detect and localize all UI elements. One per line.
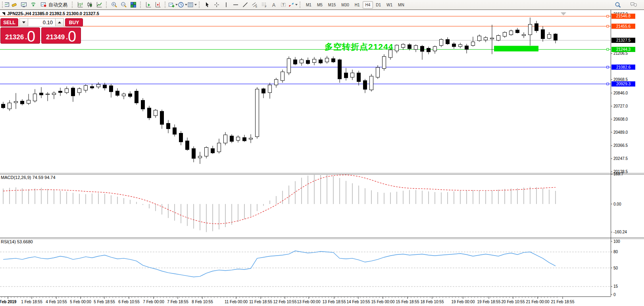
svg-text:21327.5: 21327.5 [616, 38, 631, 42]
text-button[interactable]: A [269, 0, 279, 9]
horizontal-line-icon [233, 2, 239, 8]
horizontal-line-button[interactable] [231, 0, 240, 9]
arrows-button[interactable] [288, 0, 298, 9]
chart-canvas[interactable]: 21567.021206.520968.520846.020727.020608… [0, 0, 644, 306]
svg-text:21546.8: 21546.8 [616, 14, 631, 18]
triangle-down-icon [22, 21, 25, 23]
signals-icon [30, 2, 37, 8]
vertical-line-icon [223, 2, 229, 8]
candlestick-series [2, 17, 557, 164]
auto-scroll-icon [145, 2, 152, 8]
svg-text:50: 50 [613, 266, 618, 270]
signals-button[interactable] [29, 0, 38, 9]
sell-button[interactable]: SELL [0, 18, 18, 27]
volume-input[interactable] [28, 18, 55, 27]
indicators-icon [168, 2, 175, 8]
svg-text:15: 15 [613, 284, 618, 289]
vertical-line-button[interactable] [221, 0, 231, 9]
time-axis-label: 15 Feb 00:00 [371, 300, 395, 304]
time-axis-label: 18 Feb 10:55 [421, 300, 444, 304]
time-axis-label: 5 Feb 00:00 [70, 300, 91, 304]
chart-shift-marker[interactable] [561, 12, 566, 15]
timeframe-button-M15[interactable]: M15 [325, 1, 338, 9]
chart-shift-button[interactable] [153, 0, 163, 9]
chat-button[interactable] [629, 0, 638, 9]
zoom-out-button[interactable] [119, 0, 129, 9]
templates-button[interactable] [187, 0, 197, 9]
crosshair-button[interactable] [212, 0, 221, 9]
buy-price-display[interactable]: 21349.0 [41, 27, 81, 44]
timeframe-button-M1[interactable]: M1 [303, 1, 314, 9]
zoom-in-button[interactable] [110, 0, 119, 9]
search-button[interactable] [613, 0, 623, 9]
chart-shift-icon [155, 2, 161, 8]
svg-text:21244.3: 21244.3 [616, 47, 631, 52]
time-axis[interactable]: Feb 20191 Feb 18:554 Feb 10:555 Feb 00:0… [0, 297, 611, 304]
dropdown-arrow-icon [194, 4, 197, 6]
cursor-button[interactable] [202, 0, 212, 9]
svg-text:21206.5: 21206.5 [613, 51, 628, 56]
timeframe-button-D1[interactable]: D1 [373, 1, 384, 9]
tile-windows-button[interactable] [129, 0, 138, 9]
toolbar-group-grip[interactable] [199, 2, 201, 8]
fibonacci-button[interactable]: F [260, 0, 269, 9]
toolbar-group-grip[interactable] [106, 2, 108, 8]
volume-decrease-button[interactable] [19, 18, 28, 27]
toolbar-group-grip[interactable] [2, 2, 4, 8]
templates-icon [187, 2, 194, 8]
toolbar-group-grip[interactable] [72, 2, 74, 8]
highlight-rectangle[interactable] [494, 46, 538, 51]
price-axis[interactable]: 21567.021206.520968.520846.020727.020608… [611, 10, 635, 297]
buy-price-main: 21349 [46, 33, 65, 41]
time-axis-label: 4 Feb 10:55 [46, 300, 67, 304]
time-axis-label: 11 Feb 00:00 [225, 300, 248, 304]
timeframe-button-M5[interactable]: M5 [314, 1, 325, 9]
timeframe-button-W1[interactable]: W1 [384, 1, 395, 9]
time-axis-label: 20 Feb 10:55 [502, 300, 525, 304]
macd-indicator-label: MACD(12,26,9) 74.59 94.74 [1, 175, 56, 180]
time-axis-label: 19 Feb 00:00 [452, 300, 475, 304]
toolbar-group-grip[interactable] [165, 2, 167, 8]
price-line-label: 21546.8 [611, 13, 635, 19]
terminal-button[interactable] [19, 0, 29, 9]
auto-scroll-button[interactable] [144, 0, 153, 9]
sell-price-pip: 0 [27, 31, 35, 43]
toolbar-group-grip[interactable] [300, 2, 302, 8]
svg-text:169.7: 169.7 [613, 172, 623, 176]
macd-histogram [3, 174, 556, 232]
buy-button[interactable]: BUY [65, 18, 83, 27]
svg-text:21082.6: 21082.6 [616, 65, 631, 69]
timeframe-button-MN[interactable]: MN [395, 1, 407, 9]
periods-button[interactable] [178, 0, 187, 9]
timeframe-button-H4[interactable]: H4 [363, 1, 373, 9]
channel-button[interactable]: E [250, 0, 260, 9]
sell-price-display[interactable]: 21326.0 [0, 27, 40, 44]
pivot-annotation-text: 多空转折点21244 [325, 41, 393, 52]
timeframe-button-M30[interactable]: M30 [338, 1, 352, 9]
toolbar-group-grip[interactable] [140, 2, 142, 8]
svg-text:E: E [256, 5, 258, 8]
trendline-button[interactable] [240, 0, 250, 9]
bar-chart-button[interactable] [75, 0, 85, 9]
terminal-icon [21, 2, 27, 8]
svg-text:T: T [283, 3, 285, 7]
auto-trading-button [40, 2, 47, 8]
time-axis-label: 12 Feb 10:55 [273, 300, 297, 304]
triangle-up-icon [58, 21, 61, 23]
svg-text:0: 0 [613, 293, 616, 297]
sell-price-main: 21326 [5, 33, 24, 41]
toolbar-right-icons [613, 0, 644, 9]
auto-trading-button-button[interactable]: 自动交易 [38, 0, 70, 9]
volume-increase-button[interactable] [55, 18, 64, 27]
indicators-button[interactable] [168, 0, 178, 9]
timeframe-button-H1[interactable]: H1 [352, 1, 363, 9]
time-axis-label: 13 Feb 00:00 [297, 300, 321, 304]
svg-text:20489.0: 20489.0 [613, 130, 628, 135]
label-button[interactable]: T [279, 0, 288, 9]
candlestick-chart-button[interactable] [85, 0, 94, 9]
new-order-button[interactable] [10, 0, 19, 9]
new-order-icon [11, 2, 17, 8]
price-line-label: 21244.3 [611, 47, 635, 52]
line-chart-button[interactable] [94, 0, 104, 9]
clipped-button[interactable] [5, 0, 10, 9]
